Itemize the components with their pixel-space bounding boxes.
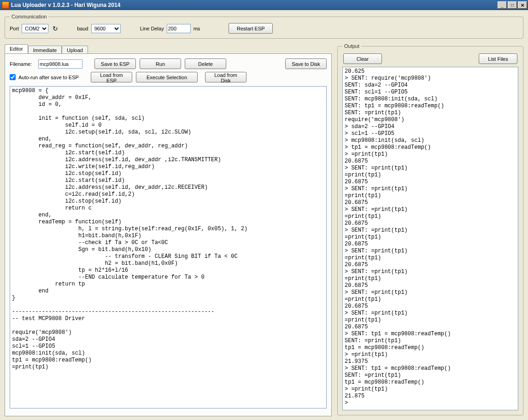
titlebar: Lua Uploader v 1.0.2.3 - Hari Wiguna 201… (0, 0, 528, 10)
communication-legend: Communication (10, 14, 48, 19)
tab-strip: Editor Immediate Upload (5, 43, 332, 53)
filename-label: Filename: (10, 61, 35, 67)
list-files-button[interactable]: List Files (479, 53, 517, 64)
communication-group: Communication Port COM28 ↻ baud 9600 Lin… (5, 14, 523, 39)
autorun-checkbox[interactable] (10, 74, 16, 80)
load-from-esp-button[interactable]: Load from ESP (91, 72, 132, 82)
save-to-esp-button[interactable]: Save to ESP (94, 58, 136, 69)
output-console[interactable] (342, 67, 518, 410)
load-from-disk-button[interactable]: Load from Disk (205, 72, 246, 82)
restart-esp-button[interactable]: Restart ESP (229, 23, 273, 34)
port-select[interactable]: COM28 (22, 24, 48, 33)
minimize-button[interactable]: _ (498, 1, 507, 9)
line-delay-label: Line Delay (140, 26, 164, 31)
delete-button[interactable]: Delete (185, 58, 226, 69)
refresh-icon[interactable]: ↻ (51, 24, 59, 33)
filename-input[interactable] (38, 59, 82, 69)
tab-editor[interactable]: Editor (5, 44, 28, 53)
close-button[interactable]: ✕ (518, 1, 527, 9)
ms-label: ms (194, 26, 200, 31)
port-label: Port (10, 26, 19, 31)
code-editor[interactable] (10, 86, 327, 408)
tab-upload[interactable]: Upload (62, 46, 88, 54)
maximize-button[interactable]: □ (508, 1, 517, 9)
app-icon (2, 1, 9, 9)
line-delay-input[interactable] (167, 24, 191, 33)
save-to-disk-button[interactable]: Save to Disk (285, 58, 327, 69)
output-legend: Output (342, 43, 361, 49)
baud-label: baud (77, 26, 88, 31)
window-title: Lua Uploader v 1.0.2.3 - Hari Wiguna 201… (11, 2, 497, 8)
baud-select[interactable]: 9600 (91, 24, 121, 33)
clear-button[interactable]: Clear (343, 53, 382, 64)
editor-panel: Filename: Save to ESP Run Delete Save to… (5, 53, 332, 416)
autorun-checkbox-label[interactable]: Auto-run after save to ESP (10, 74, 87, 80)
tab-immediate[interactable]: Immediate (28, 46, 62, 54)
output-group: Output Clear List Files (337, 43, 523, 415)
run-button[interactable]: Run (140, 58, 181, 69)
execute-selection-button[interactable]: Execute Selection (136, 72, 198, 82)
